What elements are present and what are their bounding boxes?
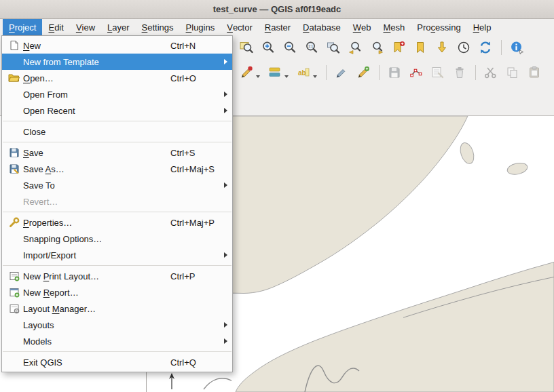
new-report-icon [5, 287, 23, 298]
show-spatial-bookmarks-icon[interactable] [411, 39, 429, 56]
menu-separator [3, 212, 232, 212]
cut-features-icon[interactable] [482, 64, 500, 81]
save-icon [5, 147, 23, 158]
add-feature-icon[interactable] [354, 64, 372, 81]
menu-item-snapping-options[interactable]: Snapping Options… [2, 231, 232, 247]
menu-item-revert: Revert… [2, 193, 232, 210]
shortcut: Ctrl+N [170, 41, 227, 51]
menu-item-open-from[interactable]: Open From [2, 86, 232, 102]
zoom-in-icon[interactable] [259, 39, 277, 56]
labeling-dropdown-caret[interactable] [313, 75, 317, 78]
current-edits-dropdown-caret[interactable] [256, 75, 260, 78]
menu-item-open[interactable]: Open… Ctrl+O [2, 70, 232, 86]
menu-separator [3, 142, 232, 142]
zoom-next-icon[interactable] [368, 39, 386, 56]
layer-styling-icon[interactable] [266, 64, 284, 81]
menu-layer[interactable]: Layer [101, 19, 136, 35]
project-menu-popup: New Ctrl+N New from Template Open… Ctrl+… [1, 35, 233, 372]
zoom-last-icon[interactable] [346, 39, 364, 56]
menu-separator [3, 121, 232, 121]
menu-item-save-as[interactable]: Save As… Ctrl+Maj+S [2, 161, 232, 177]
toolbar-separator [379, 65, 380, 80]
shortcut: Ctrl+P [170, 271, 227, 281]
menu-web[interactable]: Web [347, 19, 377, 35]
layer-styling-dropdown-caret[interactable] [284, 75, 289, 78]
refresh-map-icon[interactable] [477, 39, 494, 56]
save-layer-edits-icon[interactable] [386, 64, 403, 81]
submenu-arrow-icon [224, 322, 227, 328]
paste-features-icon[interactable] [525, 64, 543, 81]
toolbar-separator [326, 65, 327, 80]
properties-wrench-icon [5, 217, 23, 228]
menu-item-models[interactable]: Models [2, 333, 232, 349]
menu-item-save-to[interactable]: Save To [2, 177, 232, 193]
menubar: Project Edit View Layer Settings Plugins… [0, 19, 554, 35]
menu-item-open-recent[interactable]: Open Recent [2, 102, 232, 119]
menu-item-close[interactable]: Close [2, 123, 232, 140]
menu-database[interactable]: Database [297, 19, 347, 35]
new-spatial-bookmark-icon[interactable] [390, 39, 407, 56]
shortcut: Ctrl+Q [170, 357, 227, 368]
menu-view[interactable]: View [70, 19, 101, 35]
layout-manager-icon [5, 303, 23, 314]
identify-features-icon[interactable] [508, 39, 525, 56]
svg-text:1:1: 1:1 [308, 44, 313, 48]
submenu-arrow-icon [224, 108, 227, 113]
save-as-icon [5, 163, 23, 174]
menu-plugins[interactable]: Plugins [180, 19, 221, 35]
svg-text:ab: ab [298, 68, 306, 76]
menu-edit[interactable]: Edit [42, 19, 69, 35]
zoom-native-icon[interactable]: 1:1 [303, 39, 320, 56]
copy-features-icon[interactable] [504, 64, 521, 81]
delete-selected-icon[interactable] [451, 64, 468, 81]
menu-processing[interactable]: Processing [411, 19, 466, 35]
toggle-editing-icon[interactable] [333, 64, 350, 81]
toolbar-separator [501, 40, 502, 55]
menu-settings[interactable]: Settings [136, 19, 180, 35]
menu-separator [3, 351, 232, 352]
new-document-icon [5, 40, 23, 51]
new-print-layout-icon [5, 271, 23, 281]
menu-vector[interactable]: Vector [221, 19, 259, 35]
vertex-tool-icon[interactable] [407, 64, 425, 81]
menu-project[interactable]: Project [3, 19, 42, 35]
submenu-arrow-icon [224, 182, 227, 188]
modify-attributes-icon[interactable] [429, 64, 447, 81]
submenu-arrow-icon [224, 252, 227, 258]
zoom-to-bookmark-icon[interactable] [433, 39, 451, 56]
menu-item-layout-manager[interactable]: Layout Manager… [2, 300, 232, 317]
shortcut: Ctrl+O [170, 73, 227, 83]
zoom-to-layer-icon[interactable] [325, 39, 342, 56]
menu-item-new-report[interactable]: New Report… [2, 284, 232, 300]
current-edits-icon[interactable] [238, 64, 255, 81]
menu-mesh[interactable]: Mesh [377, 19, 411, 35]
open-folder-icon [5, 73, 23, 83]
menu-item-properties[interactable]: Properties… Ctrl+Maj+P [2, 214, 232, 231]
menu-item-layouts[interactable]: Layouts [2, 317, 232, 333]
submenu-arrow-icon [224, 338, 227, 344]
submenu-arrow-icon [224, 92, 227, 97]
shortcut: Ctrl+Maj+P [170, 218, 227, 228]
shortcut: Ctrl+Maj+S [170, 164, 227, 174]
submenu-arrow-icon [224, 59, 227, 64]
menu-raster[interactable]: Raster [259, 19, 297, 35]
window-title: test_curve — QGIS af0f19eadc [213, 4, 341, 14]
menu-item-new-print-layout[interactable]: New Print Layout… Ctrl+P [2, 268, 232, 284]
menu-item-save[interactable]: Save Ctrl+S [2, 144, 232, 161]
titlebar: test_curve — QGIS af0f19eadc [0, 0, 554, 19]
menu-help[interactable]: Help [467, 19, 498, 35]
zoom-full-icon[interactable] [238, 39, 255, 56]
zoom-out-icon[interactable] [281, 39, 299, 56]
shortcut: Ctrl+S [170, 148, 227, 158]
temporal-controller-icon[interactable] [455, 39, 473, 56]
menu-item-new-from-template[interactable]: New from Template [2, 54, 232, 70]
toolbar-separator [475, 65, 476, 80]
menu-item-new[interactable]: New Ctrl+N [2, 37, 232, 54]
menu-item-exit-qgis[interactable]: Exit QGIS Ctrl+Q [2, 354, 232, 370]
menu-separator [3, 265, 232, 266]
menu-item-import-export[interactable]: Import/Export [2, 247, 232, 263]
labeling-icon[interactable]: ab [295, 64, 312, 81]
